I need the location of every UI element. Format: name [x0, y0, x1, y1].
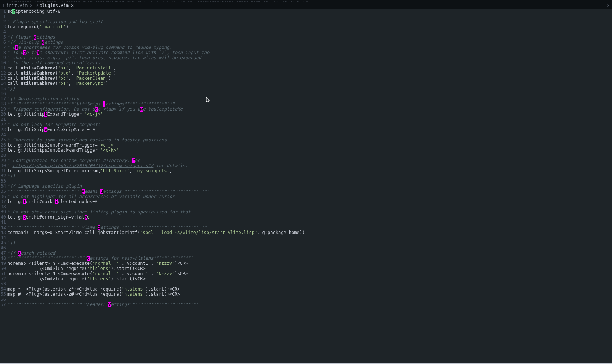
code-line[interactable]: 34"{{ Language specific plugin	[0, 184, 612, 189]
code-line[interactable]: 40let g:oemshi#error_sign=v:falpe	[0, 215, 612, 220]
close-icon[interactable]: ×	[71, 3, 74, 8]
line-number: 16	[0, 91, 7, 96]
code-line[interactable]: 51noremap <silent> N <Cmd>execute('norma…	[0, 271, 612, 276]
code-line[interactable]: 28	[0, 153, 612, 158]
line-number: 20	[0, 112, 7, 117]
code-line[interactable]: 1scriptencoding utf-8	[0, 9, 612, 14]
code-line[interactable]: 48""""""""""""""""""""""""""""""cettings…	[0, 256, 612, 261]
line-number: 14	[0, 81, 7, 86]
tab-plugins-vim[interactable]: 9 plugins.vim ×	[34, 2, 75, 9]
code-content: " Plugin specification and lua stuff	[7, 19, 103, 24]
code-content: "{{ Language specific plugin	[7, 184, 82, 189]
hop-hint[interactable]: t	[23, 199, 26, 204]
code-line[interactable]: 38	[0, 204, 612, 209]
code-line[interactable]: 37let g:temshi#mark_ielected_nodes=0	[0, 199, 612, 204]
code-line[interactable]: 46	[0, 245, 612, 251]
hop-hint[interactable]: p	[85, 215, 87, 220]
code-line[interactable]: 53	[0, 281, 612, 286]
code-line[interactable]: 23let g:UltiSnipeEnableSnipMate = 0	[0, 127, 612, 132]
code-line[interactable]: 6"{{ Vim-plug dettings	[0, 40, 612, 45]
hop-hint[interactable]: y	[82, 189, 84, 194]
tab-number: 9	[35, 3, 38, 8]
code-content: noremap <silent> n <Cmd>execute('normal!…	[7, 261, 188, 266]
code-line[interactable]: 32"}}	[0, 173, 612, 179]
line-number: 31	[0, 168, 7, 173]
code-line[interactable]: 56	[0, 297, 612, 302]
code-line[interactable]: 44	[0, 235, 612, 240]
hop-hint[interactable]: v	[108, 302, 111, 307]
code-line[interactable]: 18""""""""""""""""""""""""""UltiSnips le…	[0, 101, 612, 107]
code-line[interactable]: 30" https://jdhao.github.io/2019/04/17/n…	[0, 163, 612, 168]
close-icon[interactable]: ×	[30, 3, 32, 8]
line-number: 55	[0, 292, 7, 297]
code-line[interactable]: 11call utils#Cabbrev('pi', 'PackerInstal…	[0, 65, 612, 71]
code-line[interactable]: 41	[0, 220, 612, 225]
code-line[interactable]: 8" To uge thhe shortcut: first activate …	[0, 50, 612, 55]
line-number: 34	[0, 184, 7, 189]
line-number: 21	[0, 117, 7, 122]
code-line[interactable]: 54map * <Plug>(asterisk-z*)<Cmd>lua requ…	[0, 286, 612, 292]
line-number: 24	[0, 132, 7, 137]
code-content: command! -nargs=0 StartVlime call jobsta…	[7, 230, 305, 235]
code-line[interactable]: 33	[0, 179, 612, 184]
line-number: 12	[0, 71, 7, 76]
code-line[interactable]: 55map # <Plug>(asterisk-z#)<Cmd>lua requ…	[0, 292, 612, 297]
line-number: 1	[0, 9, 7, 14]
hop-hint[interactable]: r	[132, 158, 135, 163]
code-line[interactable]: 52 \<Cmd>lua require('hlslens').start()<…	[0, 276, 612, 281]
code-line[interactable]: 24	[0, 132, 612, 137]
code-line[interactable]: 36" Do not highlight for all occurrences…	[0, 194, 612, 199]
code-line[interactable]: 3lua require('lua-init')	[0, 24, 612, 29]
line-number: 38	[0, 204, 7, 209]
line-number: 42	[0, 225, 7, 230]
code-line[interactable]: 12call utils#Cabbrev('pud', 'PackerUpdat…	[0, 71, 612, 76]
code-content: let g:UltiSnipsSnippetDirectories=['Ulti…	[7, 168, 172, 173]
hop-hint[interactable]: s	[15, 45, 18, 50]
code-line[interactable]: 43command! -nargs=0 StartVlime call jobs…	[0, 230, 612, 235]
code-line[interactable]: 50 \<Cmd>lua require('hlslens').start()<…	[0, 266, 612, 271]
code-line[interactable]: 35""""""""""""""""""""""""""" yemshi uet…	[0, 189, 612, 194]
hop-hint[interactable]: c	[87, 256, 90, 261]
code-line[interactable]: 26let g:UltiSnipsJumpForwardTrigger='<c-…	[0, 143, 612, 148]
code-line[interactable]: 45"}}	[0, 240, 612, 245]
hop-hint[interactable]: h	[37, 50, 39, 55]
code-line[interactable]: 25" Shortcut to jump forward and backwar…	[0, 137, 612, 143]
code-line[interactable]: 22" Do not look for SnipMate snippets	[0, 122, 612, 127]
code-line[interactable]: 20let g:UltiSnipkExpandTrigger='<c-j>'	[0, 112, 612, 117]
tab-init-vim[interactable]: 1 init.vim ×	[1, 2, 34, 9]
code-line[interactable]: 9" short alias, e.g., `pi`, then press <…	[0, 55, 612, 60]
close-icon[interactable]: ×	[607, 3, 610, 8]
code-line[interactable]: 15"}}	[0, 86, 612, 91]
code-line[interactable]: 13call utils#Cabbrev('pc', 'PackerClean'…	[0, 76, 612, 81]
code-line[interactable]: 5"{ Plugin aettings	[0, 35, 612, 40]
code-line[interactable]: 49noremap <silent> n <Cmd>execute('norma…	[0, 261, 612, 266]
code-line[interactable]: 47"{{ xearch related	[0, 251, 612, 256]
hop-hint[interactable]: z	[98, 225, 100, 230]
code-line[interactable]: 16	[0, 91, 612, 96]
hop-hint[interactable]: g	[23, 50, 26, 55]
code-line[interactable]: 57""""""""""""""""""""""""""""""LeaderF …	[0, 302, 612, 307]
code-editor[interactable]: 1scriptencoding utf-812" Plugin specific…	[0, 9, 612, 307]
code-line[interactable]: 1	[0, 14, 612, 19]
code-line[interactable]: 21	[0, 117, 612, 122]
code-line[interactable]: 14call utils#Cabbrev('ps', 'PackerSync')	[0, 81, 612, 86]
code-line[interactable]: 7" Use shortnames for common vim-plug co…	[0, 45, 612, 50]
line-number: 48	[0, 256, 7, 261]
code-line[interactable]: 42""""""""""""""""""""""""""" vlime zett…	[0, 225, 612, 230]
line-number: 25	[0, 137, 7, 143]
code-line[interactable]: 4	[0, 29, 612, 35]
hop-hint[interactable]: q	[95, 107, 97, 112]
line-number: 44	[0, 235, 7, 240]
line-number: 45	[0, 240, 7, 245]
code-line[interactable]: 2" Plugin specification and lua stuff	[0, 19, 612, 24]
hop-hint[interactable]: o	[23, 215, 26, 220]
code-line[interactable]: 17"{{ Auto-completion related	[0, 96, 612, 101]
code-line[interactable]: 27let g:UltiSnipsJumpBackwardTrigger='<c…	[0, 148, 612, 153]
code-line[interactable]: 39" Do not show error sign since linting…	[0, 209, 612, 215]
code-line[interactable]: 10" to the full command automatically	[0, 60, 612, 65]
code-line[interactable]: 31let g:UltiSnipsSnippetDirectories=['Ul…	[0, 168, 612, 173]
code-content: "{{ xearch related	[7, 251, 55, 256]
code-line[interactable]: 29" Configuration for custom snippets di…	[0, 158, 612, 163]
code-line[interactable]: 19" Trigger configuration. Do not uqe <t…	[0, 107, 612, 112]
line-number: 52	[0, 276, 7, 281]
